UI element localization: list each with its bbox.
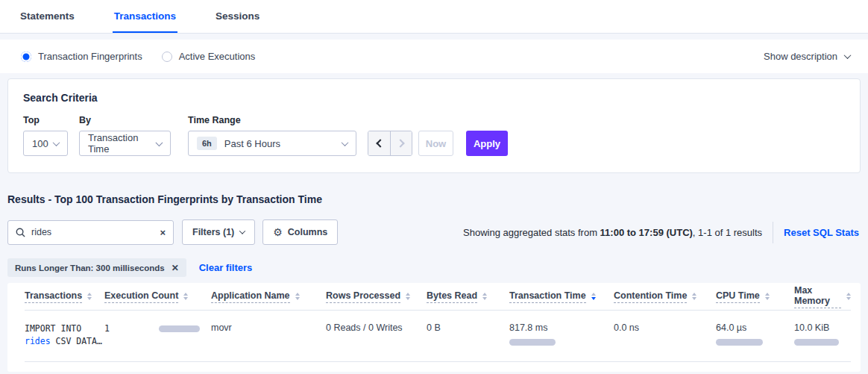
cell-cpu-time: 64.0 µs xyxy=(716,322,794,348)
search-input[interactable] xyxy=(31,227,160,237)
filter-chip: Runs Longer Than: 300 milliseconds ✕ xyxy=(7,258,186,277)
radio-selected-icon[interactable] xyxy=(21,52,31,62)
cell-contention-time: 0.0 ns xyxy=(614,322,716,348)
column-header-label[interactable]: Max Memory xyxy=(794,285,841,308)
column-header-application-name[interactable]: Application Name xyxy=(211,290,326,303)
previous-time-range-button[interactable] xyxy=(368,131,390,155)
time-range-select[interactable]: 6h Past 6 Hours xyxy=(188,131,356,156)
filter-chip-label: Runs Longer Than: 300 milliseconds xyxy=(15,264,165,272)
chevron-down-icon xyxy=(844,52,852,59)
clear-filters-link[interactable]: Clear filters xyxy=(199,262,253,273)
column-header-label[interactable]: Transactions xyxy=(25,290,82,303)
transaction-time-bar xyxy=(509,339,556,346)
column-header-label[interactable]: Transaction Time xyxy=(509,290,586,303)
column-header-bytes-read[interactable]: Bytes Read xyxy=(427,290,509,303)
column-header-transactions[interactable]: Transactions xyxy=(25,290,104,303)
column-header-transaction-time[interactable]: Transaction Time xyxy=(509,290,614,303)
chevron-right-icon xyxy=(396,139,404,147)
now-button[interactable]: Now xyxy=(418,131,453,156)
sort-icon[interactable] xyxy=(692,293,696,300)
by-label: By xyxy=(79,115,188,125)
search-box[interactable]: × xyxy=(7,220,174,245)
cell-application-name: movr xyxy=(211,322,326,348)
stats-time-range: 11:00 to 17:59 (UTC) xyxy=(600,227,693,238)
column-header-label[interactable]: Application Name xyxy=(211,290,290,303)
clear-search-icon[interactable]: × xyxy=(160,228,166,237)
column-header-label[interactable]: Bytes Read xyxy=(427,290,477,303)
column-header-label[interactable]: Contention Time xyxy=(614,290,687,303)
show-description-toggle[interactable]: Show description xyxy=(764,51,850,62)
cell-transaction-fingerprint[interactable]: IMPORT INTO rides CSV DATA… xyxy=(25,322,104,348)
tab-sessions[interactable]: Sessions xyxy=(214,0,261,33)
sort-icon[interactable] xyxy=(183,293,188,300)
radio-unselected-icon[interactable] xyxy=(162,52,172,62)
by-select-value: Transaction Time xyxy=(88,132,157,155)
column-header-label[interactable]: CPU Time xyxy=(716,290,760,303)
columns-button[interactable]: ⚙ Columns xyxy=(262,219,338,245)
column-header-contention-time[interactable]: Contention Time xyxy=(614,290,716,303)
radio-label: Transaction Fingerprints xyxy=(38,51,142,62)
stats-prefix: Showing aggregated stats from xyxy=(463,227,600,238)
execution-count-value: 1 xyxy=(104,322,110,335)
table-row[interactable]: IMPORT INTO rides CSV DATA… 1 movr 0 Rea… xyxy=(25,311,851,362)
bytes-read-value: 0 B xyxy=(427,322,441,333)
cell-execution-count: 1 xyxy=(104,322,211,348)
divider xyxy=(773,222,773,243)
tab-statements[interactable]: Statements xyxy=(19,0,76,33)
show-description-label: Show description xyxy=(764,51,837,62)
table-header-row: Transactions Execution Count Application… xyxy=(25,283,851,311)
remove-filter-icon[interactable]: ✕ xyxy=(172,264,179,272)
cell-transaction-time: 817.8 ms xyxy=(509,322,614,348)
top-select-value: 100 xyxy=(32,138,48,149)
cell-rows-processed: 0 Reads / 0 Writes xyxy=(326,322,427,348)
search-icon xyxy=(16,228,25,237)
transactions-table: Transactions Execution Count Application… xyxy=(7,283,861,372)
column-header-rows-processed[interactable]: Rows Processed xyxy=(326,290,427,303)
transaction-time-value: 817.8 ms xyxy=(509,322,614,333)
cell-max-memory: 10.0 KiB xyxy=(794,322,851,348)
sort-icon[interactable] xyxy=(406,293,410,300)
search-criteria-title: Search Criteria xyxy=(23,92,845,104)
filters-button[interactable]: Filters (1) xyxy=(182,219,255,245)
contention-time-value: 0.0 ns xyxy=(614,322,639,333)
column-header-label[interactable]: Execution Count xyxy=(104,290,178,303)
by-select[interactable]: Transaction Time xyxy=(79,131,171,156)
sort-icon[interactable] xyxy=(846,293,851,300)
next-time-range-button[interactable] xyxy=(390,131,412,155)
search-criteria-panel: Search Criteria Top 100 By Transaction T… xyxy=(7,78,861,173)
time-range-arrows xyxy=(368,131,412,156)
active-filters-row: Runs Longer Than: 300 milliseconds ✕ Cle… xyxy=(7,258,861,277)
results-controls: × Filters (1) ⚙ Columns Showing aggregat… xyxy=(7,219,861,245)
tab-transactions[interactable]: Transactions xyxy=(113,0,177,33)
column-header-max-memory[interactable]: Max Memory xyxy=(794,285,851,308)
column-header-execution-count[interactable]: Execution Count xyxy=(104,290,211,303)
apply-button[interactable]: Apply xyxy=(466,131,508,156)
cpu-time-bar xyxy=(716,339,763,346)
application-name-value: movr xyxy=(211,322,232,333)
radio-active-executions[interactable]: Active Executions xyxy=(162,51,256,62)
column-header-cpu-time[interactable]: CPU Time xyxy=(716,290,794,303)
stats-suffix: , 1-1 of 1 results xyxy=(693,227,762,238)
table-footer-spacer xyxy=(25,362,851,372)
max-memory-bar xyxy=(794,339,839,346)
time-range-label: Time Range xyxy=(188,115,368,125)
cpu-time-value: 64.0 µs xyxy=(716,322,794,333)
reset-sql-stats-link[interactable]: Reset SQL Stats xyxy=(784,227,861,238)
transaction-link[interactable]: rides xyxy=(25,336,51,346)
filters-button-label: Filters (1) xyxy=(192,227,234,237)
time-range-value: Past 6 Hours xyxy=(224,138,280,149)
sql-line-1: IMPORT INTO xyxy=(25,322,104,335)
chevron-down-icon xyxy=(239,228,245,234)
sort-icon[interactable] xyxy=(295,293,300,300)
column-header-label[interactable]: Rows Processed xyxy=(326,290,400,303)
sort-icon[interactable] xyxy=(765,293,770,300)
view-toggle-row: Transaction Fingerprints Active Executio… xyxy=(0,40,868,73)
radio-transaction-fingerprints[interactable]: Transaction Fingerprints xyxy=(21,51,142,62)
sort-icon[interactable] xyxy=(87,293,92,300)
gear-icon: ⚙ xyxy=(273,226,283,238)
chevron-down-icon xyxy=(342,139,349,146)
sort-icon[interactable] xyxy=(482,293,487,300)
sort-icon-active-desc[interactable] xyxy=(591,293,596,300)
top-select[interactable]: 100 xyxy=(23,131,68,156)
radio-label: Active Executions xyxy=(179,51,256,62)
